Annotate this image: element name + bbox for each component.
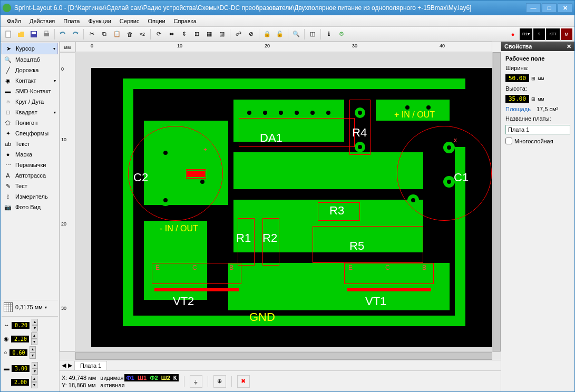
tool-cursor[interactable]: ➤Курсор▾: [2, 43, 58, 54]
group-button[interactable]: ▦: [203, 28, 215, 40]
record-button[interactable]: ●: [507, 28, 519, 40]
square-icon: □: [4, 108, 12, 116]
props-multilayer-checkbox[interactable]: [505, 138, 512, 144]
tool-zoom[interactable]: 🔍Масштаб: [2, 54, 58, 65]
menu-help[interactable]: Справка: [170, 16, 201, 26]
duplicate-button[interactable]: ×2: [137, 28, 148, 40]
zoom-button[interactable]: 🔍: [290, 28, 302, 40]
tool-autoroute[interactable]: AАвтотрасса: [2, 170, 58, 181]
save-button[interactable]: [28, 28, 40, 40]
mirror-v-button[interactable]: ⇕: [178, 28, 190, 40]
props-area-link[interactable]: Площадь: [505, 106, 531, 112]
tool-text[interactable]: abТекст: [2, 139, 58, 149]
tool-circle[interactable]: ○Круг / Дуга: [2, 96, 58, 107]
lock-button[interactable]: 🔒: [261, 28, 273, 40]
pcb-canvas[interactable]: DA1 R4 R3 R5 R1 R2 C2 C1 VT2 VT1 GND + I…: [75, 52, 492, 351]
tool-square[interactable]: □Квадрат▾: [2, 107, 58, 117]
props-width-value[interactable]: 50.00: [505, 74, 529, 82]
copy-button[interactable]: ⧉: [99, 28, 110, 40]
track-up[interactable]: ▴: [32, 319, 38, 325]
pad-out-value[interactable]: 2.20: [11, 336, 29, 342]
tool-test[interactable]: ✎Тест: [2, 181, 58, 191]
cut-button[interactable]: ✂: [86, 28, 98, 40]
print-button[interactable]: [41, 28, 52, 40]
rotate-button[interactable]: ⟳: [153, 28, 164, 40]
pad-in-value[interactable]: 0.60: [9, 349, 27, 356]
props-height-value[interactable]: 35.00: [505, 95, 529, 103]
tool-track[interactable]: ╱Дорожка: [2, 65, 58, 75]
dropdown-icon[interactable]: ▾: [53, 46, 55, 51]
grid-icon[interactable]: [4, 302, 13, 312]
tool-measure[interactable]: ⟟Измеритель: [2, 191, 58, 202]
props-close-icon[interactable]: ✕: [567, 43, 571, 50]
menu-file[interactable]: Файл: [3, 16, 25, 26]
padi-up[interactable]: ▴: [30, 346, 36, 352]
ungroup-button[interactable]: ▨: [216, 28, 228, 40]
dropdown-icon[interactable]: ▾: [54, 79, 56, 83]
open-button[interactable]: [15, 28, 27, 40]
unlock-button[interactable]: 🔓: [274, 28, 286, 40]
layer-s2[interactable]: Ш2: [161, 375, 170, 381]
status-drc-button[interactable]: ✖: [237, 375, 250, 388]
smd-w-value[interactable]: 3.00: [12, 365, 30, 372]
status-ground-button[interactable]: ⏚: [190, 375, 202, 388]
layer-f2[interactable]: Ф2: [150, 375, 158, 381]
track-width-value[interactable]: 0.20: [12, 322, 30, 329]
smd-h-value[interactable]: 2.00: [11, 379, 29, 386]
close-button[interactable]: ✕: [558, 3, 572, 13]
tab-nav-left[interactable]: ◀: [62, 362, 66, 369]
menu-options[interactable]: Опции: [144, 16, 170, 26]
tool-mask[interactable]: ●Маска: [2, 149, 58, 160]
info-button[interactable]: ℹ: [323, 28, 335, 40]
smdh-dn[interactable]: ▾: [31, 382, 37, 388]
mirror-h-button[interactable]: ⇔: [165, 28, 177, 40]
props-name-input[interactable]: [505, 125, 570, 134]
smdw-dn[interactable]: ▾: [32, 368, 38, 375]
delete-button[interactable]: 🗑: [124, 28, 135, 40]
tool-smd[interactable]: ▬SMD-Контакт: [2, 86, 58, 96]
macro-button[interactable]: ⚙: [336, 28, 347, 40]
smdh-up[interactable]: ▴: [31, 376, 37, 382]
align-button[interactable]: ⊞: [191, 28, 202, 40]
undo-button[interactable]: [57, 28, 69, 40]
paste-button[interactable]: 📋: [111, 28, 123, 40]
layer-f1[interactable]: Ф1: [126, 375, 134, 381]
ktt-indicator[interactable]: KTT: [546, 28, 560, 40]
grid-dropdown-icon[interactable]: ▾: [45, 305, 47, 310]
m-indicator[interactable]: M: [561, 28, 572, 40]
layer-k[interactable]: К: [173, 375, 177, 381]
menu-board[interactable]: Плата: [59, 16, 84, 26]
minimize-button[interactable]: —: [526, 3, 541, 13]
layer-s1[interactable]: Ш1: [138, 375, 147, 381]
menu-functions[interactable]: Функции: [84, 16, 115, 26]
tool-special[interactable]: ✦Спецформы: [2, 128, 58, 139]
menu-actions[interactable]: Действия: [25, 16, 59, 26]
pado-up[interactable]: ▴: [31, 332, 37, 339]
scrollbar-horizontal[interactable]: [60, 351, 501, 360]
maximize-button[interactable]: □: [542, 3, 557, 13]
tab-nav-right[interactable]: ▶: [68, 362, 72, 369]
pado-dn[interactable]: ▾: [31, 339, 37, 345]
scrollbar-vertical[interactable]: [492, 52, 501, 351]
redo-button[interactable]: [70, 28, 81, 40]
pcb-label-c2: C2: [133, 171, 148, 184]
r1-indicator[interactable]: R1▾: [520, 28, 532, 40]
track-dn[interactable]: ▾: [32, 325, 38, 331]
tool-photo[interactable]: 📷Фото Вид: [2, 202, 58, 212]
tool-label: Курсор: [16, 45, 35, 52]
board-tab[interactable]: Плата 1: [74, 361, 107, 370]
padi-dn[interactable]: ▾: [30, 352, 36, 359]
menu-service[interactable]: Сервис: [115, 16, 144, 26]
smdw-up[interactable]: ▴: [32, 362, 38, 368]
new-button[interactable]: [3, 28, 14, 40]
connections-button[interactable]: ☍: [232, 28, 244, 40]
status-snap-button[interactable]: ⊕: [213, 375, 226, 388]
svg-rect-3: [44, 33, 49, 36]
tool-poly[interactable]: ⬠Полигон: [2, 117, 58, 128]
tool-jumper[interactable]: ⋯Перемычки: [2, 160, 58, 170]
question-indicator[interactable]: ?: [533, 28, 545, 40]
dropdown-icon[interactable]: ▾: [54, 110, 56, 115]
remove-conn-button[interactable]: ⊘: [245, 28, 257, 40]
transparent-button[interactable]: ◫: [307, 28, 318, 40]
tool-pad[interactable]: ◉Контакт▾: [2, 75, 58, 86]
